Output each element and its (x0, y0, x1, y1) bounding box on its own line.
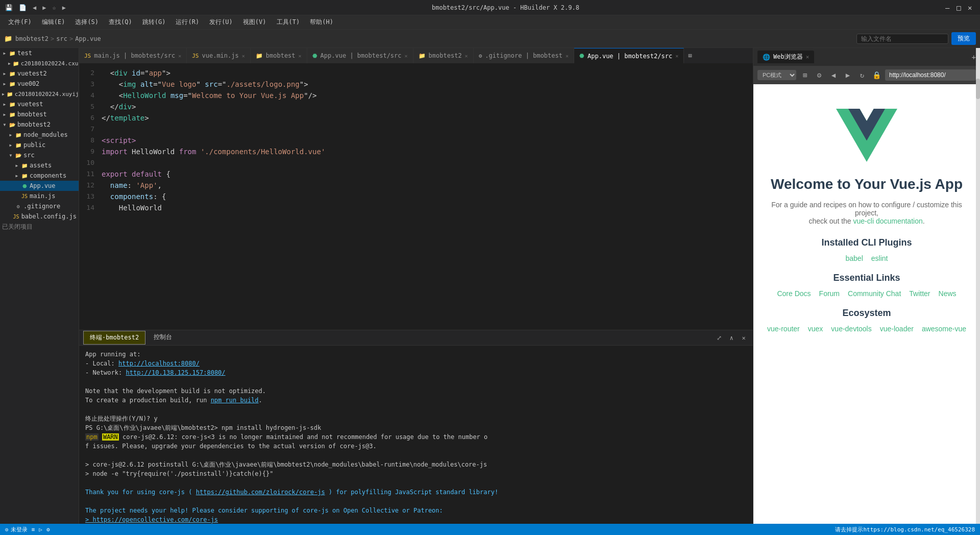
code-editor[interactable]: 2 <div id="app"> 3 <img alt="Vue logo" s… (79, 63, 753, 330)
terminal-tab-bmobtest2[interactable]: 终端·bmobtest2 (83, 331, 145, 345)
plugin-eslint-link[interactable]: eslint (871, 254, 888, 262)
term-expand-btn[interactable]: ⤢ (714, 333, 724, 343)
sidebar-item-components[interactable]: ▶ 📁 components (0, 171, 79, 181)
menu-edit[interactable]: 编辑(E) (38, 17, 69, 28)
term-link-build[interactable]: npm run build (211, 397, 259, 404)
tab-close-btn[interactable]: ✕ (405, 53, 408, 59)
sidebar-item-vuetest2[interactable]: ▶ 📁 vuetest2 (0, 68, 79, 79)
pc-mode-select[interactable]: PC模式 移动模式 (757, 70, 796, 80)
menu-tools[interactable]: 工具(T) (273, 17, 304, 28)
link-forum[interactable]: Forum (819, 289, 840, 298)
minimize-btn[interactable]: — (945, 4, 952, 11)
url-bar[interactable] (885, 69, 976, 81)
sidebar-item-babelconfig[interactable]: ▶ JS babel.config.js (0, 211, 79, 222)
tab-bmobtest2-folder[interactable]: 📁 bmobtest2 ✕ (413, 48, 474, 63)
tab-more-btn[interactable]: ⊞ (685, 48, 695, 63)
sidebar-item-test[interactable]: ▶ 📁 test (0, 48, 79, 58)
tab-appvue-bmobtest2[interactable]: ⬣ App.vue | bmobtest2/src ✕ (574, 48, 684, 63)
sidebar-item-node-modules[interactable]: ▶ 📁 node_modules (0, 130, 79, 140)
status-settings-icon[interactable]: ⚙ (46, 526, 50, 533)
link-awesome-vue[interactable]: awesome-vue (922, 325, 966, 333)
term-link-local[interactable]: http://localhost:8080/ (118, 360, 200, 367)
menu-select[interactable]: 选择(S) (71, 17, 103, 28)
link-vue-loader[interactable]: vue-loader (880, 325, 914, 333)
terminal-tab-console[interactable]: 控制台 (148, 331, 178, 345)
link-twitter[interactable]: Twitter (909, 289, 930, 298)
toolbar-icon-back[interactable]: ◀ (33, 4, 36, 11)
tab-gitignore-bmobtest[interactable]: ⚙ .gitignore | bmobtest ✕ (474, 48, 574, 63)
sidebar-item-assets[interactable]: ▶ 📁 assets (0, 160, 79, 171)
menu-find[interactable]: 查找(Q) (105, 17, 136, 28)
tab-close-btn[interactable]: ✕ (465, 53, 468, 59)
term-link-opencollective[interactable]: > https://opencollective.com/core-js (85, 516, 218, 523)
tab-bmobtest-folder[interactable]: 📁 bmobtest ✕ (251, 48, 307, 63)
sidebar-item-public[interactable]: ▶ 📁 public (0, 140, 79, 150)
sidebar-item-vue002[interactable]: ▶ 📁 vue002 (0, 79, 79, 89)
sidebar-item-vuetest[interactable]: ▶ 📁 vuetest (0, 99, 79, 109)
tab-close-btn[interactable]: ✕ (675, 53, 678, 59)
tab-close-btn[interactable]: ✕ (299, 53, 302, 59)
close-btn[interactable]: ✕ (968, 4, 975, 11)
term-minimize-btn[interactable]: ∧ (726, 333, 737, 343)
browser-refresh-btn[interactable]: ↻ (856, 69, 868, 81)
tab-mainjs-bmobtest[interactable]: JS main.js | bmobtest/src ✕ (79, 48, 187, 63)
tab-vueminjs[interactable]: JS vue.min.js ✕ (187, 48, 251, 63)
browser-back-btn[interactable]: ◀ (828, 69, 839, 81)
status-format-icon[interactable]: ≡ (32, 526, 35, 533)
sidebar-item-bmobtest[interactable]: ▶ 📁 bmobtest (0, 109, 79, 119)
tree-arrow: ▶ (2, 71, 7, 76)
term-close-btn[interactable]: ✕ (739, 333, 749, 343)
term-link-network[interactable]: http://10.138.125.157:8080/ (126, 369, 225, 376)
tab-appvue-bmobtest[interactable]: ⬣ App.vue | bmobtest/src ✕ (307, 48, 413, 63)
toolbar-folder-icon[interactable]: 📁 (4, 35, 12, 42)
toolbar-icon-new[interactable]: 📄 (19, 4, 27, 11)
toolbar-icon-play[interactable]: ▶ (62, 4, 66, 11)
link-vue-devtools[interactable]: vue-devtools (831, 325, 871, 333)
search-input[interactable] (861, 35, 944, 42)
menu-view[interactable]: 视图(V) (239, 17, 271, 28)
link-vuex[interactable]: vuex (808, 325, 823, 333)
menu-run[interactable]: 运行(R) (172, 17, 203, 28)
browser-title-tab[interactable]: 🌐 Web浏览器 ✕ (757, 51, 814, 63)
status-right-text: 请去掉提示https://blog.csdn.net/eq_46526328 (835, 526, 975, 533)
link-community-chat[interactable]: Community Chat (848, 289, 901, 298)
tab-close-btn[interactable]: ✕ (178, 53, 181, 59)
link-core-docs[interactable]: Core Docs (777, 289, 811, 298)
tab-close-btn[interactable]: ✕ (566, 53, 569, 59)
tab-close-btn[interactable]: ✕ (242, 53, 245, 59)
browser-icon-2[interactable]: ⚙ (814, 69, 825, 81)
terminal-content[interactable]: App running at: - Local: http://localhos… (79, 346, 753, 524)
menu-goto[interactable]: 跳转(G) (138, 17, 170, 28)
sidebar-item-c201801[interactable]: ▶ 📁 c201801020224.cxuyij... (0, 58, 79, 68)
maximize-btn[interactable]: □ (957, 4, 964, 11)
breadcrumb-src[interactable]: src (56, 35, 67, 42)
browser-forward-btn[interactable]: ▶ (842, 69, 853, 81)
vue-cli-doc-link[interactable]: vue-cli documentation (853, 217, 923, 225)
link-vue-router[interactable]: vue-router (767, 325, 800, 333)
link-news[interactable]: News (939, 289, 957, 298)
browser-tab-close[interactable]: ✕ (806, 54, 810, 60)
sidebar-item-gitignore[interactable]: ▶ ⚙ .gitignore (0, 201, 79, 211)
browser-tab-add[interactable]: + (972, 53, 976, 61)
status-login[interactable]: ⊙ 未登录 (5, 526, 28, 533)
plugin-babel-link[interactable]: babel (846, 254, 863, 262)
browser-icon-1[interactable]: ⊞ (799, 69, 811, 81)
menu-publish[interactable]: 发行(U) (205, 17, 237, 28)
breadcrumb-project[interactable]: bmobtest2 (15, 35, 48, 42)
toolbar-icon-star[interactable]: ☆ (52, 4, 56, 11)
toolbar-icon-forward[interactable]: ▶ (42, 4, 46, 11)
add-button[interactable]: 预览 (951, 32, 976, 45)
sidebar-item-src[interactable]: ▼ 📂 src (0, 150, 79, 160)
status-run-icon[interactable]: ▷ (39, 526, 42, 533)
toolbar-icon-save[interactable]: 💾 (5, 4, 13, 11)
sidebar-item-c201801b[interactable]: ▶ 📁 c201801020224.xuyij... (0, 89, 79, 99)
window-controls[interactable]: — □ ✕ (945, 4, 975, 11)
sidebar-item-bmobtest2[interactable]: ▼ 📂 bmobtest2 (0, 119, 79, 130)
term-link-corejs[interactable]: https://github.com/zloirock/core-js (196, 489, 325, 496)
menu-help[interactable]: 帮助(H) (306, 17, 337, 28)
menu-file[interactable]: 文件(F) (4, 17, 36, 28)
search-box[interactable] (856, 34, 948, 44)
sidebar-item-mainjs[interactable]: ▶ JS main.js (0, 191, 79, 201)
sidebar-item-appvue[interactable]: ▶ ⬣ App.vue (0, 181, 79, 191)
breadcrumb-file[interactable]: App.vue (75, 35, 101, 42)
